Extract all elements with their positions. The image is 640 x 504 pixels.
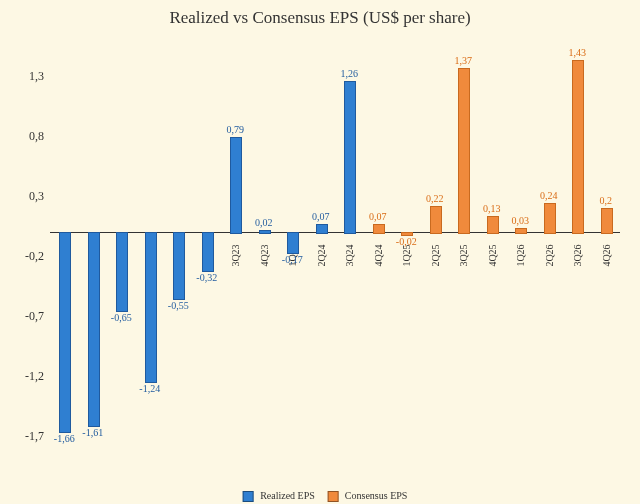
x-tick: 2Q24 [315, 244, 326, 266]
data-label: 0,22 [426, 193, 444, 204]
y-tick: 1,3 [8, 69, 44, 84]
data-label: -1,66 [54, 433, 75, 444]
data-label: -0,02 [396, 236, 417, 247]
bar-consensus [487, 216, 499, 234]
legend-label-realized: Realized EPS [260, 490, 315, 501]
bar-consensus [601, 208, 613, 234]
chart-title: Realized vs Consensus EPS (US$ per share… [0, 8, 640, 28]
y-tick: -1,2 [8, 369, 44, 384]
data-label: -0,17 [282, 254, 303, 265]
bar-realized [344, 81, 356, 234]
y-tick: -0,2 [8, 249, 44, 264]
x-tick: 1Q26 [515, 244, 526, 266]
y-tick: 0,8 [8, 129, 44, 144]
bar-realized [230, 137, 242, 234]
x-tick: 3Q25 [458, 244, 469, 266]
data-label: 0,24 [540, 190, 558, 201]
data-label: 0,13 [483, 203, 501, 214]
y-tick: -1,7 [8, 429, 44, 444]
bar-consensus [458, 68, 470, 234]
bar-realized [145, 232, 157, 383]
axis-baseline [50, 232, 620, 233]
data-label: 0,2 [600, 195, 613, 206]
bar-consensus [430, 206, 442, 234]
plot-area: -1,7-1,2-0,7-0,20,30,81,31Q22-1,662Q22-1… [50, 40, 620, 460]
data-label: -1,24 [139, 383, 160, 394]
data-label: 0,07 [312, 211, 330, 222]
x-tick: 1Q25 [401, 244, 412, 266]
bar-consensus [544, 203, 556, 234]
x-tick: 2Q26 [543, 244, 554, 266]
legend-label-consensus: Consensus EPS [345, 490, 408, 501]
data-label: 0,07 [369, 211, 387, 222]
data-label: -1,61 [82, 427, 103, 438]
bar-consensus [515, 228, 527, 234]
data-label: 0,79 [227, 124, 245, 135]
bar-consensus [572, 60, 584, 234]
data-label: -0,32 [196, 272, 217, 283]
bar-realized [116, 232, 128, 312]
bar-realized [59, 232, 71, 433]
data-label: 1,43 [569, 47, 587, 58]
data-label: 1,37 [455, 55, 473, 66]
x-tick: 4Q26 [600, 244, 611, 266]
x-tick: 4Q23 [258, 244, 269, 266]
x-tick: 3Q23 [230, 244, 241, 266]
legend-swatch-realized [243, 491, 254, 502]
x-tick: 4Q24 [372, 244, 383, 266]
x-tick: 2Q25 [429, 244, 440, 266]
bar-realized [88, 232, 100, 427]
bar-realized [316, 224, 328, 234]
y-tick: 0,3 [8, 189, 44, 204]
chart-container: Realized vs Consensus EPS (US$ per share… [0, 0, 640, 504]
data-label: 0,02 [255, 217, 273, 228]
x-tick: 3Q26 [572, 244, 583, 266]
x-tick: 3Q24 [344, 244, 355, 266]
legend-swatch-consensus [327, 491, 338, 502]
bar-realized [202, 232, 214, 272]
y-tick: -0,7 [8, 309, 44, 324]
bar-realized [287, 232, 299, 254]
legend: Realized EPS Consensus EPS [233, 490, 408, 502]
data-label: -0,55 [168, 300, 189, 311]
bar-realized [173, 232, 185, 300]
x-tick: 4Q25 [486, 244, 497, 266]
bar-realized [259, 230, 271, 234]
data-label: -0,65 [111, 312, 132, 323]
bar-consensus [373, 224, 385, 234]
data-label: 1,26 [341, 68, 359, 79]
data-label: 0,03 [512, 215, 530, 226]
